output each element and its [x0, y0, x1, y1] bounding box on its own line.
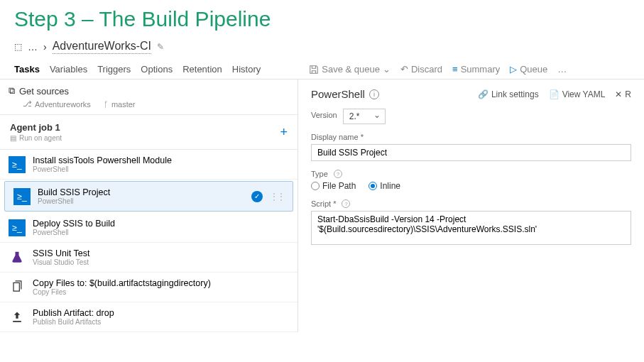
- copy-icon: [9, 279, 26, 296]
- link-settings-button[interactable]: 🔗Link settings: [478, 89, 539, 99]
- task-row[interactable]: ≥_ Install ssisTools Powershell Module P…: [0, 150, 298, 180]
- task-row[interactable]: ≥_ Deploy SSIS to Build PowerShell: [0, 213, 298, 243]
- task-row[interactable]: Copy Files to: $(build.artifactstagingdi…: [0, 273, 298, 302]
- tab-triggers[interactable]: Triggers: [97, 64, 131, 75]
- chain-icon: ⧉: [9, 85, 15, 97]
- task-subtitle: Copy Files: [33, 288, 289, 296]
- script-input[interactable]: [311, 211, 631, 245]
- script-label: Script * ?: [311, 199, 631, 208]
- help-icon[interactable]: ?: [334, 170, 342, 178]
- task-list: ≥_ Install ssisTools Powershell Module P…: [0, 150, 298, 332]
- task-subtitle: Visual Studio Test: [33, 258, 289, 266]
- display-name-label: Display name *: [311, 133, 631, 141]
- summary-button[interactable]: ≡ Summary: [452, 64, 500, 75]
- pipeline-name[interactable]: AdventureWorks-CI: [53, 40, 151, 54]
- display-name-input[interactable]: [311, 144, 631, 161]
- left-panel: ⧉ Get sources ⎇Adventureworks ᚴmaster Ag…: [0, 79, 298, 332]
- list-icon: ≡: [452, 64, 458, 75]
- help-icon[interactable]: ?: [342, 199, 350, 208]
- tab-retention[interactable]: Retention: [182, 64, 222, 75]
- yaml-icon: 📄: [549, 89, 560, 99]
- radio-icon: [311, 182, 320, 190]
- tab-history[interactable]: History: [232, 64, 261, 75]
- powershell-icon: ≥_: [13, 188, 31, 205]
- powershell-icon: ≥_: [9, 219, 26, 236]
- breadcrumb-ellipsis[interactable]: …: [28, 41, 38, 53]
- task-title: Deploy SSIS to Build: [33, 219, 289, 229]
- sources-label: Get sources: [19, 86, 69, 97]
- breadcrumb: ⬚ … › AdventureWorks-CI ✎: [0, 40, 644, 60]
- more-button[interactable]: …: [557, 64, 567, 75]
- tab-bar: Tasks Variables Triggers Options Retenti…: [0, 60, 644, 79]
- tab-tasks[interactable]: Tasks: [14, 64, 40, 75]
- task-subtitle: Publish Build Artifacts: [33, 318, 289, 326]
- sources-branch: ᚴmaster: [104, 99, 136, 109]
- flask-icon: [9, 249, 26, 266]
- drag-handle-icon[interactable]: ⋮⋮: [270, 192, 284, 202]
- task-row[interactable]: SSIS Unit Test Visual Studio Test: [0, 243, 298, 273]
- task-subtitle: PowerShell: [33, 229, 289, 236]
- version-select[interactable]: 2.*: [343, 109, 386, 124]
- task-title: Copy Files to: $(build.artifactstagingdi…: [33, 278, 289, 288]
- sources-repo: ⎇Adventureworks: [23, 99, 91, 109]
- agent-job-title: Agent job 1: [10, 122, 62, 133]
- link-icon: 🔗: [478, 89, 489, 99]
- check-icon: ✓: [251, 191, 263, 202]
- task-subtitle: PowerShell: [38, 197, 244, 205]
- powershell-icon: ≥_: [9, 156, 26, 173]
- pipeline-icon: ⬚: [14, 42, 22, 52]
- view-yaml-button[interactable]: 📄View YAML: [549, 89, 606, 99]
- play-icon: ▷: [510, 64, 517, 75]
- version-label: Version: [311, 111, 337, 119]
- repo-icon: ⎇: [23, 99, 32, 109]
- tab-options[interactable]: Options: [141, 64, 173, 75]
- agent-job-row[interactable]: Agent job 1 ▤Run on agent +: [0, 115, 298, 150]
- save-icon: [309, 65, 319, 75]
- chevron-down-icon: ⌄: [383, 64, 391, 75]
- breadcrumb-sep: ›: [43, 41, 47, 53]
- add-task-button[interactable]: +: [280, 125, 288, 140]
- remove-button[interactable]: ✕R: [615, 89, 631, 99]
- undo-icon: ↶: [400, 64, 408, 75]
- panel-title: PowerShell i: [311, 88, 379, 100]
- upload-icon: [9, 309, 26, 326]
- agent-job-subtitle: ▤Run on agent: [10, 134, 62, 142]
- task-row[interactable]: Publish Artifact: drop Publish Build Art…: [0, 302, 298, 332]
- info-icon[interactable]: i: [369, 89, 379, 99]
- slide-title: Step 3 – The Build Pipeline: [0, 0, 644, 40]
- queue-button[interactable]: ▷ Queue: [510, 64, 547, 75]
- get-sources-row[interactable]: ⧉ Get sources ⎇Adventureworks ᚴmaster: [0, 79, 298, 115]
- radio-icon: [369, 182, 377, 190]
- tab-variables[interactable]: Variables: [50, 64, 87, 75]
- type-label: Type ?: [311, 170, 631, 178]
- branch-icon: ᚴ: [104, 100, 109, 109]
- close-icon: ✕: [615, 89, 622, 99]
- task-row[interactable]: ≥_ Build SSIS Project PowerShell ✓ ⋮⋮: [4, 181, 293, 212]
- discard-button[interactable]: ↶ Discard: [400, 64, 442, 75]
- task-title: Build SSIS Project: [38, 187, 244, 197]
- edit-icon[interactable]: ✎: [157, 42, 164, 52]
- task-title: Publish Artifact: drop: [33, 308, 289, 318]
- task-title: SSIS Unit Test: [33, 248, 289, 258]
- task-subtitle: PowerShell: [33, 165, 289, 173]
- type-filepath-radio[interactable]: File Path: [311, 181, 356, 191]
- type-inline-radio[interactable]: Inline: [369, 181, 400, 191]
- server-icon: ▤: [10, 134, 16, 142]
- right-panel: PowerShell i 🔗Link settings 📄View YAML ✕…: [298, 79, 644, 332]
- task-title: Install ssisTools Powershell Module: [33, 155, 289, 165]
- save-queue-button[interactable]: Save & queue ⌄: [309, 64, 391, 75]
